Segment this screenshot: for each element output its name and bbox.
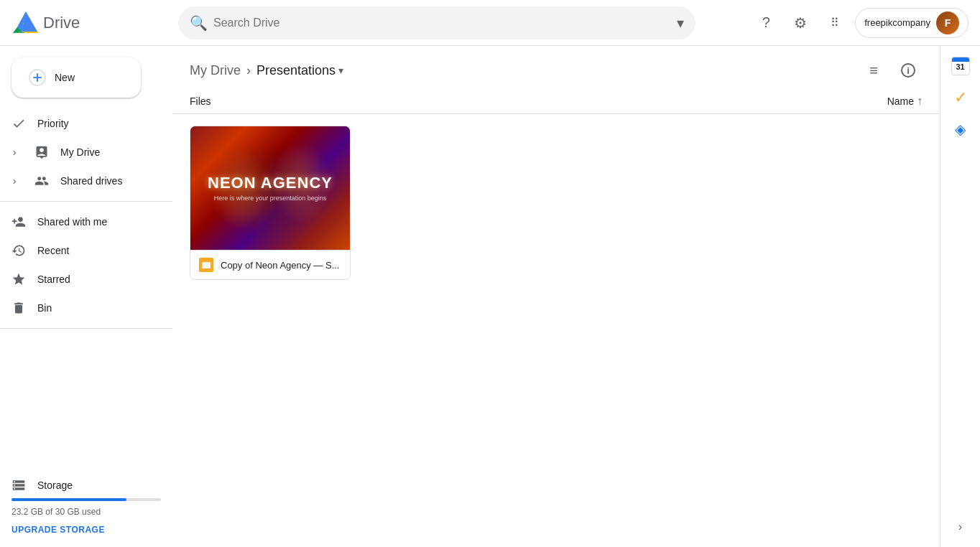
help-button[interactable]: ? xyxy=(752,9,780,37)
help-icon: ? xyxy=(762,14,770,31)
expand-icon[interactable]: › xyxy=(6,144,23,161)
brand-name-label: freepikcompany xyxy=(864,17,930,28)
expand-sidebar-button[interactable]: › xyxy=(946,513,975,541)
expand-icon[interactable]: › xyxy=(6,172,23,190)
calendar-button[interactable]: 31 xyxy=(946,52,975,80)
search-input[interactable] xyxy=(213,17,671,29)
search-chevron-icon[interactable]: ▾ xyxy=(677,14,684,32)
breadcrumb-parent[interactable]: My Drive xyxy=(190,63,241,78)
list-view-icon: ≡ xyxy=(869,62,878,79)
sort-direction-icon: ↑ xyxy=(917,95,923,108)
svg-marker-1 xyxy=(22,11,37,32)
sort-label: Name xyxy=(887,95,914,107)
search-icon: 🔍 xyxy=(190,14,208,32)
bin-icon xyxy=(11,301,26,315)
sidebar-divider-2 xyxy=(0,328,172,329)
file-card[interactable]: NEON AGENCY Here is where your presentat… xyxy=(190,126,351,280)
files-section-label: Files xyxy=(190,95,211,107)
sidebar-item-bin[interactable]: Bin xyxy=(0,294,161,322)
calendar-date: 31 xyxy=(956,62,964,73)
breadcrumb-bar: My Drive › Presentations ▾ ≡ i xyxy=(172,46,940,89)
starred-icon xyxy=(11,272,26,286)
recent-icon xyxy=(11,243,26,258)
sidebar-item-my-drive[interactable]: › My Drive xyxy=(0,138,161,167)
sidebar-item-priority[interactable]: Priority xyxy=(0,109,161,138)
my-drive-icon xyxy=(34,145,49,159)
sidebar-item-label: Shared with me xyxy=(37,216,107,228)
new-button[interactable]: New xyxy=(11,57,141,98)
new-button-label: New xyxy=(55,72,75,83)
storage-bar xyxy=(11,498,161,501)
storage-label: Storage xyxy=(11,478,161,492)
expand-icon: › xyxy=(958,520,962,533)
sidebar: New Priority › My Drive › xyxy=(0,46,172,547)
breadcrumb: My Drive › Presentations ▾ xyxy=(190,63,343,78)
header: Drive 🔍 ▾ ? ⚙ ⠿ freepikcompany F xyxy=(0,0,980,46)
search-bar[interactable]: 🔍 ▾ xyxy=(178,6,695,39)
sort-control[interactable]: Name ↑ xyxy=(887,95,923,108)
file-list-header: Files Name ↑ xyxy=(172,89,940,114)
storage-bar-fill xyxy=(11,498,126,501)
info-button[interactable]: i xyxy=(894,56,923,85)
sidebar-item-label: Starred xyxy=(37,274,70,285)
keep-icon: ◈ xyxy=(955,121,966,138)
slides-icon xyxy=(199,258,213,272)
keep-button[interactable]: ◈ xyxy=(946,115,975,144)
sidebar-item-shared-with-me[interactable]: Shared with me xyxy=(0,207,161,236)
breadcrumb-current[interactable]: Presentations ▾ xyxy=(256,63,343,78)
breadcrumb-current-label: Presentations xyxy=(256,63,336,78)
file-name: Copy of Neon Agency — S... xyxy=(221,260,339,271)
sidebar-divider xyxy=(0,201,172,202)
storage-icon xyxy=(11,478,26,492)
sidebar-item-recent[interactable]: Recent xyxy=(0,236,161,265)
settings-button[interactable]: ⚙ xyxy=(786,9,815,37)
storage-used-text: 23.2 GB of 30 GB used xyxy=(11,507,161,517)
shared-with-me-icon xyxy=(11,215,26,229)
avatar: F xyxy=(936,11,959,34)
sidebar-item-label: My Drive xyxy=(60,146,100,158)
account-area[interactable]: freepikcompany F xyxy=(855,8,969,38)
main-layout: New Priority › My Drive › xyxy=(0,46,980,547)
sidebar-item-label: Priority xyxy=(37,118,69,129)
content-actions: ≡ i xyxy=(859,56,923,85)
storage-text: Storage xyxy=(37,480,73,491)
file-card-footer: Copy of Neon Agency — S... xyxy=(190,250,350,279)
thumbnail-subtitle: Here is where your presentation begins xyxy=(208,195,333,202)
calendar-icon: 31 xyxy=(951,57,970,75)
apps-button[interactable]: ⠿ xyxy=(820,9,849,37)
tasks-button[interactable]: ✓ xyxy=(946,83,975,112)
files-grid: NEON AGENCY Here is where your presentat… xyxy=(172,114,940,547)
content-area: My Drive › Presentations ▾ ≡ i Files Nam xyxy=(172,46,940,547)
sidebar-item-label: Bin xyxy=(37,302,52,314)
tasks-icon: ✓ xyxy=(954,88,967,107)
info-icon: i xyxy=(901,63,915,78)
shared-drives-icon xyxy=(34,174,49,188)
priority-icon xyxy=(11,116,26,131)
sidebar-item-starred[interactable]: Starred xyxy=(0,265,161,294)
thumbnail-title: NEON AGENCY xyxy=(208,174,333,192)
sidebar-item-label: Shared drives xyxy=(60,175,122,187)
dropdown-chevron-icon: ▾ xyxy=(338,65,343,76)
thumbnail-text: NEON AGENCY Here is where your presentat… xyxy=(208,174,333,202)
plus-icon xyxy=(29,69,46,86)
list-view-button[interactable]: ≡ xyxy=(859,56,888,85)
sidebar-item-shared-drives[interactable]: › Shared drives xyxy=(0,167,161,195)
header-actions: ? ⚙ ⠿ freepikcompany F xyxy=(752,8,969,38)
app-title: Drive xyxy=(43,14,80,32)
drive-logo-icon xyxy=(11,9,40,37)
grid-icon: ⠿ xyxy=(831,16,839,29)
settings-icon: ⚙ xyxy=(794,14,807,32)
file-thumbnail: NEON AGENCY Here is where your presentat… xyxy=(190,126,350,250)
slides-icon-inner xyxy=(202,262,211,268)
upgrade-storage-link[interactable]: UPGRADE STORAGE xyxy=(11,525,105,535)
storage-section: Storage 23.2 GB of 30 GB used UPGRADE ST… xyxy=(0,467,172,541)
breadcrumb-separator: › xyxy=(246,63,251,78)
logo-area: Drive xyxy=(11,9,170,37)
sidebar-item-label: Recent xyxy=(37,245,69,256)
right-sidebar: 31 ✓ ◈ › xyxy=(940,46,980,547)
